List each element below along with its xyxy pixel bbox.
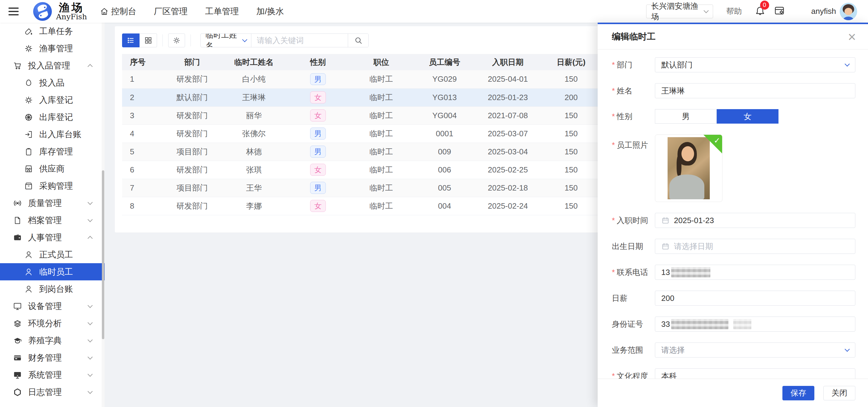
monitor-icon <box>13 302 22 311</box>
gender-option-male[interactable]: 男 <box>655 109 717 124</box>
nav-item-water[interactable]: 加/换水 <box>256 6 284 17</box>
sidebar-item-fishery-mgmt[interactable]: 渔事管理 <box>0 40 104 57</box>
workbench-icon <box>774 5 785 16</box>
sidebar-item-inbound-register[interactable]: 入库登记 <box>0 91 104 108</box>
notification-bell[interactable]: 0 <box>755 5 766 18</box>
nav-item-factory[interactable]: 厂区管理 <box>154 6 188 17</box>
cell-wage: 150 <box>539 197 603 215</box>
wage-input[interactable]: 200 <box>655 291 855 306</box>
username: anyfish <box>811 7 836 16</box>
cell-position: 临时工 <box>350 70 413 88</box>
sidebar-item-workorder-task[interactable]: 工单任务 <box>0 23 104 40</box>
name-input[interactable]: 王琳琳 <box>655 83 855 98</box>
sidebar-item-purchase-mgmt[interactable]: 采购管理 <box>0 177 104 194</box>
list-view-button[interactable] <box>122 33 140 47</box>
business-scope-label: 业务范围 <box>612 345 655 355</box>
egg-icon <box>24 79 33 87</box>
help-link[interactable]: 帮助 <box>726 6 742 17</box>
cell-no: 1 <box>122 70 163 88</box>
business-scope-select[interactable]: 请选择 <box>655 343 855 357</box>
sidebar-item-archive-mgmt[interactable]: 档案管理 <box>0 212 104 229</box>
cell-position: 临时工 <box>350 179 413 197</box>
chevron-down-icon <box>88 320 93 325</box>
gender-label: 性别 <box>612 111 655 122</box>
search-field-select[interactable]: 临时工姓名 <box>201 34 251 47</box>
form-row-hire-date: 入职时间 2025-01-23 <box>612 213 855 228</box>
keyword-search-input[interactable] <box>251 34 348 47</box>
cell-hiredate: 2025-04-01 <box>476 70 539 88</box>
cell-wage: 200 <box>539 88 603 106</box>
cell-empno: YG029 <box>413 70 476 88</box>
sidebar-item-inputs[interactable]: 投入品 <box>0 74 104 91</box>
id-number-input[interactable]: 33 <box>655 317 855 332</box>
id-number-label: 身份证号 <box>612 319 655 330</box>
gender-option-female[interactable]: 女 <box>717 109 778 124</box>
gear-icon <box>24 44 33 53</box>
sidebar-item-inputs-mgmt[interactable]: 投入品管理 <box>0 57 104 74</box>
hire-date-picker[interactable]: 2025-01-23 <box>655 213 855 228</box>
sidebar-scrollbar-track[interactable] <box>101 23 104 407</box>
hamburger-menu-icon[interactable] <box>8 7 19 15</box>
censored-id-blur <box>733 319 751 329</box>
search-icon <box>354 36 363 45</box>
education-input[interactable]: 本科 <box>655 368 855 379</box>
photo-label: 员工照片 <box>612 140 655 151</box>
gender-badge: 女 <box>310 91 326 103</box>
sidebar-item-inout-ledger[interactable]: 出入库台账 <box>0 126 104 143</box>
sidebar-item-finance-mgmt[interactable]: 财务管理 <box>0 349 104 366</box>
dept-label: 部门 <box>612 60 655 70</box>
save-button[interactable]: 保存 <box>782 386 814 400</box>
sidebar-item-log-mgmt[interactable]: 日志管理 <box>0 383 104 401</box>
sidebar-item-supplier[interactable]: 供应商 <box>0 160 104 177</box>
drawer-header: 编辑临时工 × <box>598 24 868 50</box>
cell-name: 王琳琳 <box>221 88 286 106</box>
chevron-down-icon <box>88 303 93 308</box>
toolbar-divider <box>190 34 191 46</box>
sidebar-scrollbar-thumb[interactable] <box>102 170 104 339</box>
form-row-business-scope: 业务范围 请选择 <box>612 343 855 357</box>
nav-item-workorder[interactable]: 工单管理 <box>205 6 239 17</box>
cell-name: 张佛尔 <box>221 125 286 143</box>
birth-date-picker[interactable]: 请选择日期 <box>655 239 855 254</box>
workbench-button[interactable] <box>774 5 785 18</box>
brand-subtitle: AnyFish <box>56 13 87 21</box>
cell-dept: 默认部门 <box>163 88 221 106</box>
censored-id-blur <box>671 319 728 329</box>
sidebar-item-device-mgmt[interactable]: 设备管理 <box>0 298 104 315</box>
nav-item-console[interactable]: 控制台 <box>100 6 136 17</box>
close-button[interactable]: 关闭 <box>824 386 855 400</box>
user-icon <box>24 250 33 259</box>
grid-view-button[interactable] <box>140 33 157 47</box>
sidebar-item-outbound-register[interactable]: 出库登记 <box>0 108 104 126</box>
phone-input[interactable]: 13 <box>655 265 855 280</box>
sidebar-item-inventory-mgmt[interactable]: 库存管理 <box>0 143 104 160</box>
cell-gender: 男 <box>286 179 350 197</box>
sidebar-item-hr-mgmt[interactable]: 人事管理 <box>0 229 104 246</box>
dept-select[interactable]: 默认部门 <box>655 57 855 72</box>
drawer-footer: 保存 关闭 <box>598 379 868 407</box>
employee-photo-upload[interactable]: ✓ <box>655 134 722 202</box>
farm-select[interactable]: 长兴泗安塘渔场 <box>646 4 713 19</box>
cell-hiredate: 2025-02-25 <box>476 161 539 179</box>
sidebar-item-formal-staff[interactable]: 正式员工 <box>0 246 104 263</box>
wheel-icon <box>24 113 33 122</box>
sidebar-item-system-mgmt[interactable]: 系统管理 <box>0 366 104 383</box>
cell-no: 7 <box>122 179 163 197</box>
sidebar-item-quality-mgmt[interactable]: 质量管理 <box>0 194 104 212</box>
search-button[interactable] <box>348 34 368 47</box>
close-icon[interactable]: × <box>848 30 856 44</box>
user-menu[interactable]: anyfish <box>811 3 857 20</box>
sidebar-item-temp-staff[interactable]: 临时员工 <box>0 263 104 280</box>
chevron-down-icon <box>88 337 93 342</box>
sidebar-item-env-analysis[interactable]: 环境分析 <box>0 315 104 332</box>
cell-wage: 150 <box>539 125 603 143</box>
sidebar-item-arrival-ledger[interactable]: 到岗台账 <box>0 280 104 298</box>
col-header-dept: 部门 <box>163 54 221 70</box>
chevron-down-icon <box>845 62 850 67</box>
sidebar-item-breeding-dict[interactable]: 养殖字典 <box>0 332 104 349</box>
gender-badge: 女 <box>310 200 326 212</box>
col-header-name: 临时工姓名 <box>221 54 286 70</box>
form-row-education: 文化程度 本科 <box>612 368 855 379</box>
column-settings-button[interactable] <box>168 33 185 47</box>
education-label: 文化程度 <box>612 371 655 379</box>
